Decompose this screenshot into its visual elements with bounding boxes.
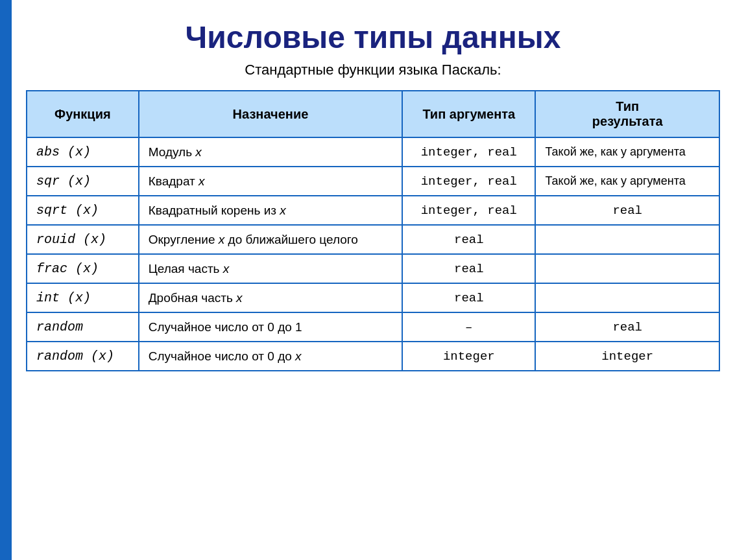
func-cell: random (x) [27,342,139,371]
result-cell: integer [535,342,719,371]
result-cell [535,254,719,283]
col-header-arg-type: Тип аргумента [402,91,535,137]
func-cell: sqr (x) [27,167,139,196]
arg-cell: integer [402,342,535,371]
table-row: int (x)Дробная часть xreal [27,283,719,312]
arg-cell: integer, real [402,137,535,167]
table-row: frac (x)Целая часть xreal [27,254,719,283]
page-title: Числовые типы данных [186,19,561,55]
result-cell [535,225,719,254]
arg-cell: real [402,283,535,312]
functions-table: Функция Назначение Тип аргумента Типрезу… [26,90,720,371]
result-cell: real [535,196,719,225]
col-header-function: Функция [27,91,139,137]
desc-cell: Дробная часть x [139,283,403,312]
table-row: rouid (x)Округление x до ближайшего цело… [27,225,719,254]
desc-cell: Случайное число от 0 до x [139,342,403,371]
table-container: Функция Назначение Тип аргумента Типрезу… [26,90,720,371]
desc-cell: Квадрат x [139,167,403,196]
result-cell: real [535,312,719,342]
func-cell: frac (x) [27,254,139,283]
arg-cell: – [402,312,535,342]
table-row: randomСлучайное число от 0 до 1–real [27,312,719,342]
arg-cell: integer, real [402,167,535,196]
arg-cell: integer, real [402,196,535,225]
func-cell: rouid (x) [27,225,139,254]
left-accent-bar [0,0,12,560]
table-row: sqrt (x)Квадратный корень из xinteger, r… [27,196,719,225]
result-cell: Такой же, как у аргумента [535,137,719,167]
arg-cell: real [402,225,535,254]
desc-cell: Случайное число от 0 до 1 [139,312,403,342]
result-cell: Такой же, как у аргумента [535,167,719,196]
desc-cell: Квадратный корень из x [139,196,403,225]
desc-cell: Округление x до ближайшего целого [139,225,403,254]
table-row: abs (x)Модуль xinteger, realТакой же, ка… [27,137,719,167]
func-cell: random [27,312,139,342]
table-row: sqr (x)Квадрат xinteger, realТакой же, к… [27,167,719,196]
desc-cell: Целая часть x [139,254,403,283]
func-cell: int (x) [27,283,139,312]
col-header-result-type: Типрезультата [535,91,719,137]
subtitle: Стандартные функции языка Паскаль: [245,62,501,78]
col-header-purpose: Назначение [139,91,403,137]
result-cell [535,283,719,312]
func-cell: sqrt (x) [27,196,139,225]
desc-cell: Модуль x [139,137,403,167]
arg-cell: real [402,254,535,283]
func-cell: abs (x) [27,137,139,167]
table-row: random (x)Случайное число от 0 до xinteg… [27,342,719,371]
